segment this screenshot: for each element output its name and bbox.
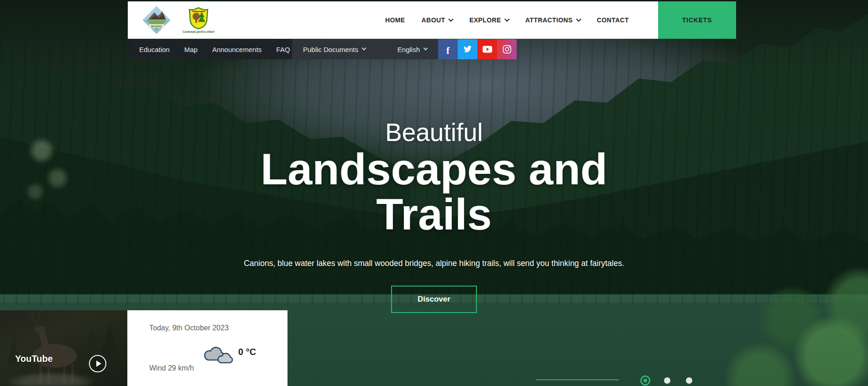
carousel-dot-2[interactable] <box>664 377 670 384</box>
language-label: English <box>397 46 420 53</box>
weather-widget: Today, 9th October 2023 0 °C Wind 29 km/… <box>127 310 288 386</box>
video-dark-overlay <box>0 310 127 386</box>
youtube-video-thumbnail[interactable] <box>0 310 127 386</box>
facebook-button[interactable]: f <box>438 39 458 59</box>
weather-wind: Wind 29 km/h <box>149 364 194 372</box>
nav-item-home[interactable]: HOME <box>385 16 405 24</box>
instagram-button[interactable] <box>497 39 517 59</box>
discover-button[interactable]: Discover <box>391 286 477 313</box>
nav-about-label: ABOUT <box>422 16 445 24</box>
cloudy-icon <box>202 344 235 365</box>
secnav-map[interactable]: Map <box>184 46 198 53</box>
public-documents-label: Public Documents <box>303 46 358 53</box>
romsilva-motto: Contează pentru viitor! <box>183 30 215 33</box>
nav-home-label: HOME <box>385 16 405 24</box>
main-menu: HOME ABOUT EXPLORE ATTRACTIONS CONTACT <box>385 16 629 24</box>
social-buttons: f <box>438 39 517 59</box>
nav-contact-label: CONTACT <box>597 16 629 24</box>
chevron-down-icon <box>504 16 509 21</box>
language-dropdown[interactable]: English <box>397 46 427 53</box>
main-navbar: BUCEGI Contează pentru viitor! HOME ABOU… <box>128 1 658 39</box>
youtube-label: YouTube <box>15 354 53 364</box>
park-logo-bucegi[interactable]: BUCEGI <box>142 6 171 34</box>
carousel-dot-1-active[interactable] <box>640 376 650 386</box>
nav-item-attractions[interactable]: ATTRACTIONS <box>525 16 580 24</box>
youtube-button[interactable] <box>477 39 497 59</box>
nav-item-contact[interactable]: CONTACT <box>597 16 629 24</box>
public-documents-dropdown[interactable]: Public Documents <box>303 46 366 53</box>
secondary-navbar: Education Map Announcements FAQ Public D… <box>129 39 517 59</box>
chevron-down-icon <box>576 16 581 21</box>
romsilva-shield-icon <box>188 7 209 29</box>
page: BUCEGI Contează pentru viitor! HOME ABOU… <box>0 0 868 386</box>
youtube-icon <box>482 46 492 53</box>
weather-temperature: 0 °C <box>238 347 256 357</box>
secondary-links: Education Map Announcements FAQ <box>129 39 292 59</box>
play-button[interactable] <box>89 355 106 372</box>
chevron-down-icon <box>361 46 366 51</box>
nav-item-about[interactable]: ABOUT <box>422 16 453 24</box>
secnav-announcements[interactable]: Announcements <box>212 46 261 53</box>
play-icon <box>96 360 101 367</box>
carousel-progress-line <box>536 380 619 380</box>
carousel-dot-3[interactable] <box>686 377 692 384</box>
svg-text:BUCEGI: BUCEGI <box>151 25 162 28</box>
secondary-dropdowns: Public Documents English <box>292 39 438 59</box>
chevron-down-icon <box>424 46 428 51</box>
twitter-button[interactable] <box>458 39 477 59</box>
chevron-down-icon <box>449 16 454 21</box>
facebook-icon: f <box>446 45 450 57</box>
nav-item-explore[interactable]: EXPLORE <box>469 16 509 24</box>
romsilva-logo[interactable]: Contează pentru viitor! <box>183 7 215 33</box>
nav-explore-label: EXPLORE <box>469 16 501 24</box>
secnav-faq[interactable]: FAQ <box>276 46 290 53</box>
instagram-icon <box>502 45 512 54</box>
nav-attractions-label: ATTRACTIONS <box>525 16 573 24</box>
secnav-education[interactable]: Education <box>139 46 170 53</box>
weather-date: Today, 9th October 2023 <box>149 324 229 332</box>
tickets-button[interactable]: TICKETS <box>658 1 736 39</box>
logo-group: BUCEGI Contează pentru viitor! <box>142 6 215 34</box>
twitter-icon <box>463 46 472 53</box>
